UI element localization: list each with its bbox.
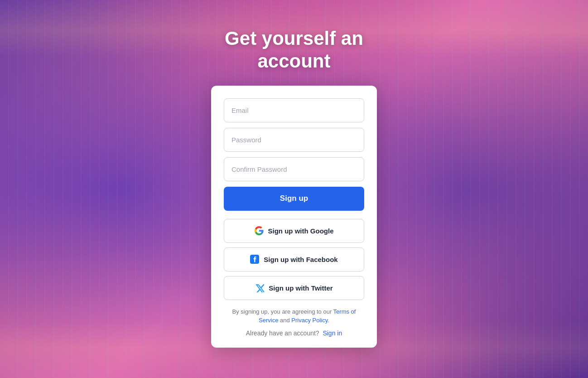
signup-twitter-button[interactable]: Sign up with Twitter xyxy=(224,276,364,300)
social-buttons-section: Sign up with Google Sign up with Faceboo… xyxy=(224,219,364,300)
email-field[interactable] xyxy=(224,98,364,122)
google-icon xyxy=(255,226,264,235)
signup-google-label: Sign up with Google xyxy=(268,227,334,235)
signup-form-card: Sign up Sign up with Google Sign up xyxy=(211,86,377,348)
signup-button[interactable]: Sign up xyxy=(224,187,364,211)
signin-link[interactable]: Sign in xyxy=(323,330,342,337)
signup-facebook-button[interactable]: Sign up with Facebook xyxy=(224,247,364,271)
signup-google-button[interactable]: Sign up with Google xyxy=(224,219,364,243)
facebook-icon xyxy=(250,255,259,264)
signup-twitter-label: Sign up with Twitter xyxy=(269,284,333,292)
confirm-password-field[interactable] xyxy=(224,157,364,181)
page-title: Get yourself an account xyxy=(225,27,363,73)
twitter-icon xyxy=(255,283,264,292)
signin-row: Already have an account? Sign in xyxy=(224,330,364,337)
signup-facebook-label: Sign up with Facebook xyxy=(264,256,337,263)
page-container: Get yourself an account Sign up Sign up … xyxy=(0,0,588,378)
password-field[interactable] xyxy=(224,128,364,152)
privacy-policy-link[interactable]: Privacy Policy xyxy=(291,317,328,324)
terms-text: By signing up, you are agreeing to our T… xyxy=(224,307,364,325)
